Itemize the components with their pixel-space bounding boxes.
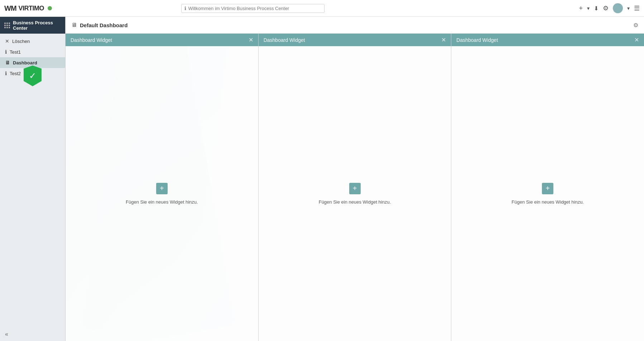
status-badge: ✓ [22, 63, 43, 88]
topbar-actions: + ▾ ⬇ ⚙ ▾ ☰ [579, 3, 640, 13]
main-layout: Business Process Center ✕ Löschen ℹ Test… [0, 17, 644, 341]
widget-close-icon-1[interactable]: ✕ [249, 36, 253, 43]
add-widget-button-1[interactable]: + [156, 183, 168, 194]
close-icon: ✕ [5, 38, 9, 44]
plus-icon[interactable]: + [579, 5, 583, 12]
plus-icon-1: + [160, 184, 164, 193]
widget-title-2: Dashboard Widget [264, 37, 305, 43]
info-icon: ℹ [184, 6, 186, 11]
widget-body-3: + Fügen Sie ein neues Widget hinzu. [451, 46, 644, 341]
grid-icon [4, 23, 10, 28]
sidebar-item-test1[interactable]: ℹ Test1 [0, 47, 65, 57]
logo-virtimo: VIRTIMO [19, 5, 44, 12]
widget-close-icon-2[interactable]: ✕ [441, 36, 446, 43]
add-widget-button-3[interactable]: + [542, 183, 553, 194]
sidebar-header: Business Process Center [0, 17, 65, 34]
widget-add-text-1: Fügen Sie ein neues Widget hinzu. [126, 199, 198, 205]
info-icon: ℹ [5, 49, 7, 55]
widget-column-1: Dashboard Widget ✕ + Fügen Sie ein neues… [66, 34, 259, 341]
plus-icon-2: + [353, 184, 357, 193]
widget-area: Dashboard Widget ✕ + Fügen Sie ein neues… [66, 34, 644, 341]
widget-column-2: Dashboard Widget ✕ + Fügen Sie ein neues… [259, 34, 452, 341]
content-header: 🖥 Default Dashboard ⚙ [66, 17, 644, 34]
settings-icon[interactable]: ⚙ [633, 22, 638, 29]
logo-wm: WM [4, 4, 16, 13]
widget-add-text-3: Fügen Sie ein neues Widget hinzu. [511, 199, 584, 205]
app-logo: WM VIRTIMO [4, 4, 52, 13]
collapse-icon: « [5, 331, 8, 337]
menu-icon[interactable]: ☰ [634, 4, 640, 12]
widget-header-3: Dashboard Widget ✕ [451, 34, 644, 46]
add-widget-button-2[interactable]: + [349, 183, 361, 194]
chevron-down-icon-user[interactable]: ▾ [627, 5, 630, 11]
gear-icon[interactable]: ⚙ [603, 4, 609, 12]
checkmark-icon: ✓ [29, 71, 36, 81]
sidebar: Business Process Center ✕ Löschen ℹ Test… [0, 17, 66, 341]
monitor-icon: 🖥 [5, 60, 10, 65]
sidebar-collapse-button[interactable]: « [0, 327, 65, 341]
sidebar-item-label: Test1 [10, 49, 21, 55]
widget-body-1: + Fügen Sie ein neues Widget hinzu. [66, 46, 258, 341]
search-input[interactable]: Willkommen im Virtimo Business Process C… [188, 6, 321, 11]
badge-shape: ✓ [24, 65, 42, 86]
monitor-icon-header: 🖥 [71, 22, 77, 28]
search-bar: ℹ Willkommen im Virtimo Business Process… [181, 4, 325, 13]
page-title: Default Dashboard [80, 22, 128, 28]
sidebar-title-label: Business Process Center [13, 20, 61, 31]
sidebar-item-loeschen[interactable]: ✕ Löschen [0, 36, 65, 47]
sidebar-item-label: Löschen [12, 39, 30, 44]
widget-add-text-2: Fügen Sie ein neues Widget hinzu. [319, 199, 391, 205]
widget-close-icon-3[interactable]: ✕ [634, 36, 639, 43]
widget-body-2: + Fügen Sie ein neues Widget hinzu. [259, 46, 451, 341]
sidebar-item-label: Test2 [10, 71, 21, 76]
widget-column-3: Dashboard Widget ✕ + Fügen Sie ein neues… [451, 34, 644, 341]
logo-status-dot [48, 6, 52, 10]
info-icon-2: ℹ [5, 70, 7, 76]
widget-title-1: Dashboard Widget [71, 37, 112, 43]
content-area: 🖥 Default Dashboard ⚙ Dashboard Widget ✕… [66, 17, 644, 341]
download-icon[interactable]: ⬇ [594, 5, 599, 12]
widget-title-3: Dashboard Widget [456, 37, 498, 43]
chevron-down-icon[interactable]: ▾ [587, 5, 590, 11]
topbar: WM VIRTIMO ℹ Willkommen im Virtimo Busin… [0, 0, 644, 17]
widget-header-2: Dashboard Widget ✕ [259, 34, 451, 46]
plus-icon-3: + [546, 184, 550, 193]
widget-header-1: Dashboard Widget ✕ [66, 34, 258, 46]
user-avatar[interactable] [613, 3, 623, 13]
